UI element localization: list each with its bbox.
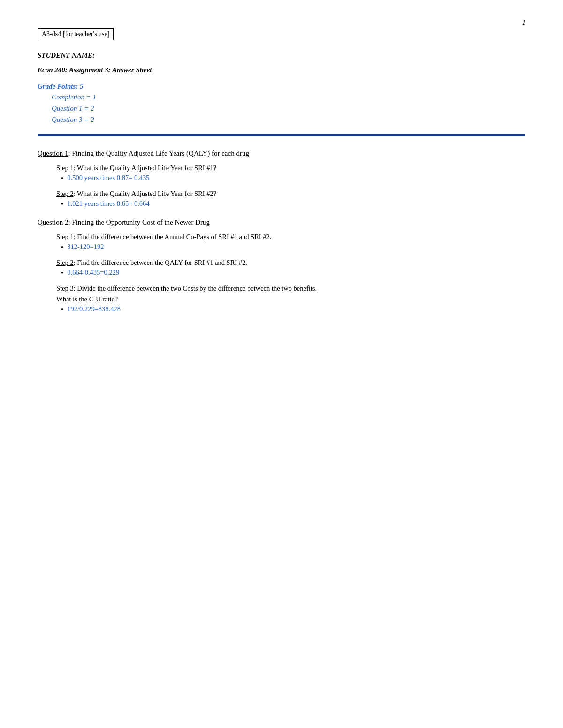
question-1-text: : Finding the Quality Adjusted Life Year… <box>68 150 249 157</box>
q1-step2-label: Step 2 <box>56 190 74 197</box>
question-2-title: Question 2: Finding the Opportunity Cost… <box>38 218 525 226</box>
q2-step1-title: Step 1: Find the difference between the … <box>56 233 525 241</box>
question-1-title: Question 1: Finding the Quality Adjusted… <box>38 150 525 158</box>
question-2-label: Question 2 <box>38 218 68 226</box>
q2-step3-title: Step 3: Divide the difference between th… <box>56 285 525 293</box>
student-name-label: STUDENT NAME: <box>38 52 525 60</box>
q1-step1-answer-text: 0.500 years times 0.87= 0.435 <box>67 174 149 182</box>
q2-step3-what: What is the C-U ratio? <box>56 295 525 303</box>
q1-step1-answer: • 0.500 years times 0.87= 0.435 <box>61 174 525 182</box>
q1-step2-answer: • 1.021 years times 0.65= 0.664 <box>61 200 525 208</box>
q2-step3-label: Step 3 <box>56 285 74 292</box>
grade-completion: Completion = 1 <box>52 91 525 103</box>
q1-step1-block: Step 1: What is the Quality Adjusted Lif… <box>56 164 525 182</box>
q2-step3-answer-text: 192/0.229=838.428 <box>67 305 121 313</box>
question-1-block: Question 1: Finding the Quality Adjusted… <box>38 150 525 208</box>
section-divider <box>38 134 525 136</box>
bullet-icon: • <box>61 243 63 251</box>
q2-step3-block: Step 3: Divide the difference between th… <box>56 285 525 314</box>
q2-step1-block: Step 1: Find the difference between the … <box>56 233 525 251</box>
grade-question1: Question 1 = 2 <box>52 103 525 114</box>
bullet-icon: • <box>61 174 63 182</box>
q2-step1-answer: • 312-120=192 <box>61 243 525 251</box>
q2-step3-answer: • 192/0.229=838.428 <box>61 305 525 314</box>
q1-step1-label: Step 1 <box>56 164 74 172</box>
question-2-block: Question 2: Finding the Opportunity Cost… <box>38 218 525 314</box>
q2-step2-block: Step 2: Find the difference between the … <box>56 259 525 277</box>
bullet-icon: • <box>61 306 63 314</box>
q1-step2-text: : What is the Quality Adjusted Life Year… <box>74 190 217 197</box>
q2-step1-label: Step 1 <box>56 233 74 240</box>
q2-step2-answer: • 0.664-0.435=0.229 <box>61 269 525 277</box>
q2-step2-answer-text: 0.664-0.435=0.229 <box>67 269 119 277</box>
q2-step1-answer-text: 312-120=192 <box>67 243 104 251</box>
bullet-icon: • <box>61 269 63 277</box>
header-box: A3-ds4 [for teacher's use] <box>38 28 114 40</box>
question-1-label: Question 1 <box>38 150 68 157</box>
grade-points-label: Grade Points: 5 <box>38 83 525 90</box>
q1-step1-text: : What is the Quality Adjusted Life Year… <box>74 164 217 172</box>
q2-step3-text: : Divide the difference between the two … <box>74 285 317 292</box>
grade-question3: Question 3 = 2 <box>52 114 525 125</box>
q1-step1-title: Step 1: What is the Quality Adjusted Lif… <box>56 164 525 172</box>
q2-step2-title: Step 2: Find the difference between the … <box>56 259 525 267</box>
grade-section: Grade Points: 5 Completion = 1 Question … <box>38 83 525 125</box>
page-number: 1 <box>522 19 526 27</box>
question-2-text: : Finding the Opportunity Cost of the Ne… <box>68 218 210 226</box>
assignment-title: Econ 240: Assignment 3: Answer Sheet <box>38 66 525 74</box>
q2-step1-text: : Find the difference between the Annual… <box>74 233 272 240</box>
q1-step2-title: Step 2: What is the Quality Adjusted Lif… <box>56 190 525 198</box>
q2-step2-text: : Find the difference between the QALY f… <box>74 259 247 266</box>
q1-step2-block: Step 2: What is the Quality Adjusted Lif… <box>56 190 525 208</box>
q2-step2-label: Step 2 <box>56 259 74 266</box>
bullet-icon: • <box>61 200 63 208</box>
q1-step2-answer-text: 1.021 years times 0.65= 0.664 <box>67 200 149 208</box>
